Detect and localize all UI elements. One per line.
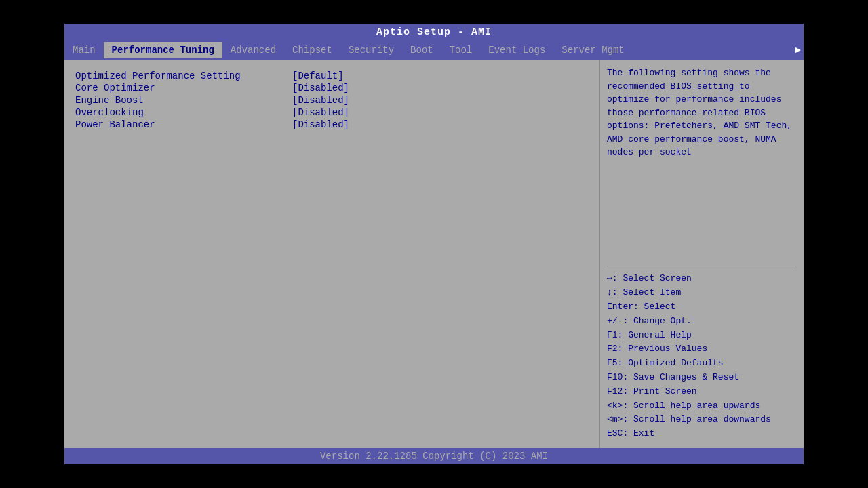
content-area: Optimized Performance Setting[Default]Co… [64, 60, 804, 448]
setting-row[interactable]: Overclocking[Disabled] [75, 107, 588, 118]
setting-value: [Disabled] [292, 83, 349, 94]
key-help-item: ESC: Exit [607, 427, 797, 441]
setting-row[interactable]: Core Optimizer[Disabled] [75, 83, 588, 94]
menu-item-server-mgmt[interactable]: Server Mgmt [553, 42, 632, 58]
menu-bar: MainPerformance TuningAdvancedChipsetSec… [64, 41, 804, 60]
setting-value: [Disabled] [292, 119, 349, 130]
bios-container: Aptio Setup - AMI MainPerformance Tuning… [64, 24, 804, 464]
key-help-item: F2: Previous Values [607, 342, 797, 357]
setting-label: Core Optimizer [75, 83, 292, 94]
key-help-item: ↕: Select Item [607, 286, 797, 300]
version-text: Version 2.22.1285 Copyright (C) 2023 AMI [320, 451, 548, 462]
menu-item-main[interactable]: Main [64, 42, 104, 58]
setting-label: Power Balancer [75, 119, 292, 130]
footer: Version 2.22.1285 Copyright (C) 2023 AMI [64, 448, 804, 464]
setting-label: Overclocking [75, 107, 292, 118]
menu-item-security[interactable]: Security [340, 42, 402, 58]
key-help-item: ↔: Select Screen [607, 272, 797, 286]
menu-scroll-right-icon[interactable]: ► [795, 45, 804, 56]
setting-value: [Disabled] [292, 95, 349, 106]
setting-label: Optimized Performance Setting [75, 70, 292, 81]
help-description: The following setting shows the recommen… [607, 66, 797, 260]
key-help-item: <m>: Scroll help area downwards [607, 413, 797, 427]
menu-item-boot[interactable]: Boot [402, 42, 441, 58]
menu-item-tool[interactable]: Tool [441, 42, 481, 58]
setting-value: [Disabled] [292, 107, 349, 118]
setting-row[interactable]: Optimized Performance Setting[Default] [75, 70, 588, 81]
key-help-item: F1: General Help [607, 329, 797, 343]
menu-item-performance-tuning[interactable]: Performance Tuning [104, 42, 222, 58]
key-help-item: +/-: Change Opt. [607, 314, 797, 329]
setting-row[interactable]: Engine Boost[Disabled] [75, 95, 588, 106]
setting-row[interactable]: Power Balancer[Disabled] [75, 119, 588, 130]
key-help-item: F12: Print Screen [607, 385, 797, 399]
app-title: Aptio Setup - AMI [376, 26, 492, 38]
key-help-item: F10: Save Changes & Reset [607, 371, 797, 385]
setting-value: [Default] [292, 70, 344, 81]
key-help-item: F5: Optimized Defaults [607, 357, 797, 371]
menu-item-event-logs[interactable]: Event Logs [480, 42, 553, 58]
key-help-item: <k>: Scroll help area upwards [607, 399, 797, 413]
menu-item-chipset[interactable]: Chipset [284, 42, 340, 58]
left-panel: Optimized Performance Setting[Default]Co… [64, 60, 600, 448]
setting-label: Engine Boost [75, 95, 292, 106]
title-bar: Aptio Setup - AMI [64, 24, 804, 41]
menu-item-advanced[interactable]: Advanced [222, 42, 284, 58]
key-help-item: Enter: Select [607, 300, 797, 314]
divider [607, 266, 797, 266]
key-help: ↔: Select Screen↕: Select ItemEnter: Sel… [607, 272, 797, 441]
right-panel: The following setting shows the recommen… [600, 60, 804, 448]
